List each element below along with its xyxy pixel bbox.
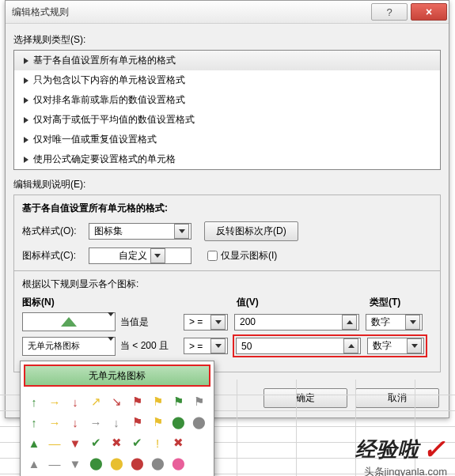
checkmark-icon: ✓ <box>423 433 446 465</box>
value-text: 200 <box>240 316 256 327</box>
palette-icon[interactable]: ↓ <box>66 414 84 431</box>
palette-icon[interactable]: ↓ <box>66 393 84 410</box>
rule-type-item[interactable]: 只为包含以下内容的单元格设置格式 <box>14 70 440 90</box>
palette-icon[interactable]: ⬤ <box>128 455 146 472</box>
icon-palette-popup: 无单元格图标 ↑→↓↗↘⚑⚑⚑⚑↑→↓→↓⚑⚑⬤⬤▲—▼✔✖✔!✖▲—▼⬤⬤⬤⬤… <box>20 361 214 476</box>
palette-icon[interactable]: ✖ <box>108 434 125 451</box>
chevron-down-icon <box>210 315 226 330</box>
icon-select-combo[interactable] <box>22 312 116 331</box>
operator-combo[interactable]: > = <box>184 314 228 331</box>
dialog-title: 编辑格式规则 <box>12 6 370 19</box>
triangle-right-icon <box>24 97 28 104</box>
show-only-icon-checkbox[interactable]: 仅显示图标(I) <box>204 248 277 263</box>
palette-icon[interactable]: ▲ <box>25 455 43 472</box>
rule-type-label: 使用公式确定要设置格式的单元格 <box>33 153 176 166</box>
close-button[interactable]: × <box>411 3 447 21</box>
triangle-right-icon <box>24 117 28 123</box>
type-combo[interactable]: 数字 <box>366 314 423 331</box>
rule-type-item[interactable]: 基于各自值设置所有单元格的格式 <box>14 51 440 70</box>
chevron-down-icon <box>150 248 165 263</box>
close-icon: × <box>426 6 432 18</box>
display-rule-label: 根据以下规则显示各个图标: <box>22 278 432 291</box>
rule-type-item[interactable]: 仅对高于或低于平均值的数值设置格式 <box>14 110 440 130</box>
palette-icon[interactable]: ▼ <box>66 434 84 451</box>
format-style-label: 格式样式(O): <box>22 225 89 238</box>
operator-combo[interactable]: > = <box>184 338 228 354</box>
header-type: 类型(T) <box>370 296 432 309</box>
type-value: 数字 <box>371 315 390 329</box>
palette-icon[interactable]: ⚑ <box>149 393 166 410</box>
edit-format-rule-dialog: 编辑格式规则 ? × 选择规则类型(S): 基于各自值设置所有单元格的格式 只为… <box>5 0 449 418</box>
format-style-value: 图标集 <box>94 225 123 238</box>
value-text: 50 <box>241 341 252 352</box>
rule-type-item[interactable]: 使用公式确定要设置格式的单元格 <box>14 149 440 169</box>
icon-style-combo[interactable]: 自定义 <box>89 247 191 264</box>
icon-select-combo[interactable]: 无单元格图标 <box>22 337 116 356</box>
show-only-icon-label: 仅显示图标(I) <box>221 249 277 263</box>
palette-icon[interactable]: ! <box>149 434 166 451</box>
chevron-down-icon <box>174 224 189 239</box>
palette-icon[interactable]: ⬤ <box>169 414 187 431</box>
palette-icon[interactable]: ✖ <box>169 434 187 451</box>
palette-icon[interactable]: — <box>46 455 63 472</box>
watermark-sub: 头条jingyanla.com <box>364 465 448 476</box>
palette-icon[interactable]: ⚑ <box>128 393 146 410</box>
icon-style-label: 图标样式(C): <box>22 249 89 263</box>
palette-icon[interactable]: ⚑ <box>190 393 207 410</box>
palette-icon[interactable]: ⬤ <box>108 455 125 472</box>
group-title: 基于各自值设置所有单元格的格式: <box>22 202 432 215</box>
palette-icon[interactable]: → <box>46 414 63 431</box>
icon-style-value: 自定义 <box>119 249 147 263</box>
value-input[interactable]: 200 <box>234 314 359 331</box>
no-cell-icon-text: 无单元格图标 <box>28 340 80 352</box>
palette-icon[interactable]: ↑ <box>25 393 43 410</box>
chevron-down-icon <box>407 338 422 353</box>
rule-type-label: 仅对高于或低于平均值的数值设置格式 <box>33 113 195 127</box>
no-cell-icon-option[interactable]: 无单元格图标 <box>24 365 210 387</box>
format-style-combo[interactable]: 图标集 <box>89 223 191 240</box>
palette-icon[interactable]: ✔ <box>87 434 104 451</box>
type-value: 数字 <box>373 339 392 353</box>
palette-icon[interactable]: ⬤ <box>190 414 207 431</box>
help-button[interactable]: ? <box>371 3 408 21</box>
header-value: 值(V) <box>237 296 370 309</box>
palette-icon[interactable]: ▲ <box>25 434 43 451</box>
palette-icon[interactable]: ↘ <box>108 393 125 410</box>
watermark-brand: 经验啦 ✓ <box>355 433 446 465</box>
rule-type-item[interactable]: 仅对排名靠前或靠后的数值设置格式 <box>14 90 440 110</box>
reverse-icon-order-label: 反转图标次序(D) <box>216 225 286 238</box>
palette-icon[interactable]: → <box>46 393 63 410</box>
palette-icon[interactable]: — <box>46 434 63 451</box>
green-up-triangle-icon <box>61 317 77 327</box>
palette-icon[interactable]: ⚑ <box>169 393 187 410</box>
palette-icon[interactable]: ↑ <box>25 414 43 431</box>
palette-icon[interactable]: ⬤ <box>87 455 104 472</box>
range-picker-icon[interactable] <box>343 338 358 353</box>
palette-icon[interactable] <box>190 455 207 472</box>
palette-icon[interactable]: ↓ <box>108 414 125 431</box>
triangle-right-icon <box>24 137 28 143</box>
icon-rule-headers: 图标(N) 值(V) 类型(T) <box>22 296 432 309</box>
value-input[interactable]: 50 <box>236 338 361 354</box>
palette-icon[interactable]: ⚑ <box>128 414 146 431</box>
select-rule-type-label: 选择规则类型(S): <box>13 33 441 47</box>
rule-type-label: 仅对唯一值或重复值设置格式 <box>33 133 157 146</box>
reverse-icon-order-button[interactable]: 反转图标次序(D) <box>204 221 298 241</box>
rule-type-item[interactable]: 仅对唯一值或重复值设置格式 <box>14 130 440 149</box>
palette-icon[interactable]: ⚑ <box>149 414 166 431</box>
icon-palette-grid: ↑→↓↗↘⚑⚑⚑⚑↑→↓→↓⚑⚑⬤⬤▲—▼✔✖✔!✖▲—▼⬤⬤⬤⬤⬤↗↘⬤⬤⬤⬤… <box>21 390 214 476</box>
rule-type-list[interactable]: 基于各自值设置所有单元格的格式 只为包含以下内容的单元格设置格式 仅对排名靠前或… <box>13 50 441 170</box>
palette-icon[interactable] <box>190 434 207 451</box>
type-combo[interactable]: 数字 <box>367 338 424 354</box>
palette-icon[interactable]: → <box>87 414 104 431</box>
palette-icon[interactable]: ⬤ <box>169 455 187 472</box>
palette-icon[interactable]: ⬤ <box>149 455 166 472</box>
show-only-icon-input[interactable] <box>207 251 218 261</box>
chevron-down-icon <box>108 341 114 352</box>
palette-icon[interactable]: ▼ <box>66 455 84 472</box>
range-picker-icon[interactable] <box>342 315 357 330</box>
palette-icon[interactable]: ✔ <box>128 434 146 451</box>
rule-type-label: 基于各自值设置所有单元格的格式 <box>33 54 176 67</box>
rule-description-group: 基于各自值设置所有单元格的格式: 格式样式(O): 图标集 反转图标次序(D) … <box>13 195 441 372</box>
palette-icon[interactable]: ↗ <box>87 393 104 410</box>
